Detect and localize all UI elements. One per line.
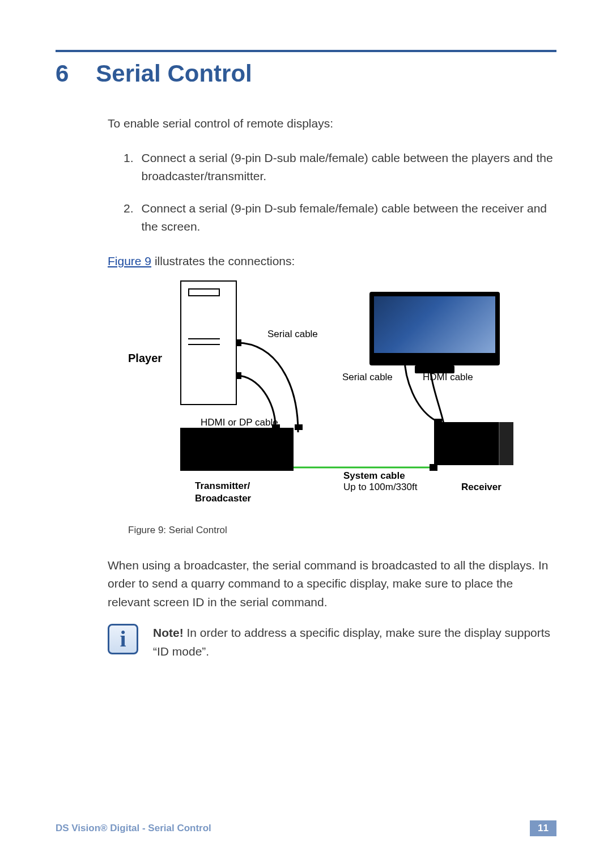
hdmi-cable-label: HDMI cable: [423, 370, 473, 385]
step-text: Connect a serial (9-pin D-sub male/femal…: [142, 149, 556, 186]
chapter-title: Serial Control: [96, 60, 252, 87]
diagram: Player Transmitter/ Broadcaster Receiver…: [128, 280, 536, 518]
figure-caption: Figure 9: Serial Control: [128, 523, 536, 538]
info-icon: i: [108, 624, 138, 654]
step-number: 1.: [124, 149, 134, 186]
serial-cable-2-label: Serial cable: [342, 370, 393, 385]
tv-screen-icon: [374, 296, 495, 353]
body: To enable serial control of remote displ…: [108, 114, 556, 661]
steps-list: 1. Connect a serial (9-pin D-sub male/fe…: [124, 149, 556, 236]
figure-reference: Figure 9 illustrates the connections:: [108, 252, 556, 271]
player-label: Player: [128, 350, 162, 367]
serial-cable-1-label: Serial cable: [267, 327, 318, 342]
page: 6 Serial Control To enable serial contro…: [0, 0, 612, 868]
header-rule: [56, 50, 556, 52]
receiver-stripe: [499, 422, 513, 465]
step-number: 2.: [124, 199, 134, 236]
transmitter-box-icon: [180, 428, 294, 471]
receiver-label: Receiver: [461, 480, 502, 495]
chapter-heading: 6 Serial Control: [56, 60, 556, 87]
hdmi-dp-label: HDMI or DP cable: [201, 415, 278, 430]
note-block: i Note! In order to address a specific d…: [108, 624, 556, 661]
tower-drive-icon: [188, 288, 220, 296]
system-cable-sub-label: Up to 100m/330ft: [343, 480, 417, 495]
tower-bay-icon: [188, 338, 220, 345]
tv-icon: [369, 292, 500, 365]
note-bold: Note!: [153, 626, 184, 639]
chapter-number: 6: [56, 60, 69, 87]
footer-title: DS Vision® Digital - Serial Control: [56, 823, 211, 834]
footer-page-number: 11: [530, 820, 556, 836]
intro-text: To enable serial control of remote displ…: [108, 114, 556, 133]
note-text: Note! In order to address a specific dis…: [153, 624, 556, 661]
svg-rect-3: [295, 424, 303, 430]
figure-link[interactable]: Figure 9: [108, 254, 151, 267]
player-tower-icon: [180, 280, 237, 405]
receiver-box-icon: [434, 422, 513, 465]
step-text: Connect a serial (9-pin D-sub female/fem…: [142, 199, 556, 236]
figure-ref-rest: illustrates the connections:: [151, 254, 295, 267]
paragraph: When using a broadcaster, the serial com…: [108, 556, 556, 612]
step-item: 1. Connect a serial (9-pin D-sub male/fe…: [124, 149, 556, 186]
figure: Player Transmitter/ Broadcaster Receiver…: [128, 280, 536, 538]
note-body: In order to address a specific display, …: [153, 626, 550, 658]
footer: DS Vision® Digital - Serial Control 11: [56, 820, 556, 836]
transmitter-label: Transmitter/ Broadcaster: [195, 480, 251, 504]
step-item: 2. Connect a serial (9-pin D-sub female/…: [124, 199, 556, 236]
